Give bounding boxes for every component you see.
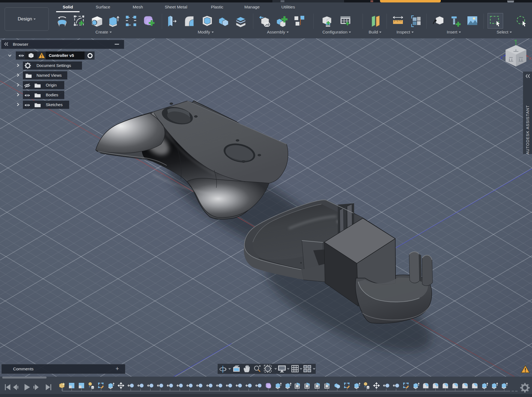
svg-text:Z: Z: [500, 56, 503, 60]
svg-text:Y: Y: [514, 39, 516, 42]
svg-text:X: X: [529, 56, 531, 60]
